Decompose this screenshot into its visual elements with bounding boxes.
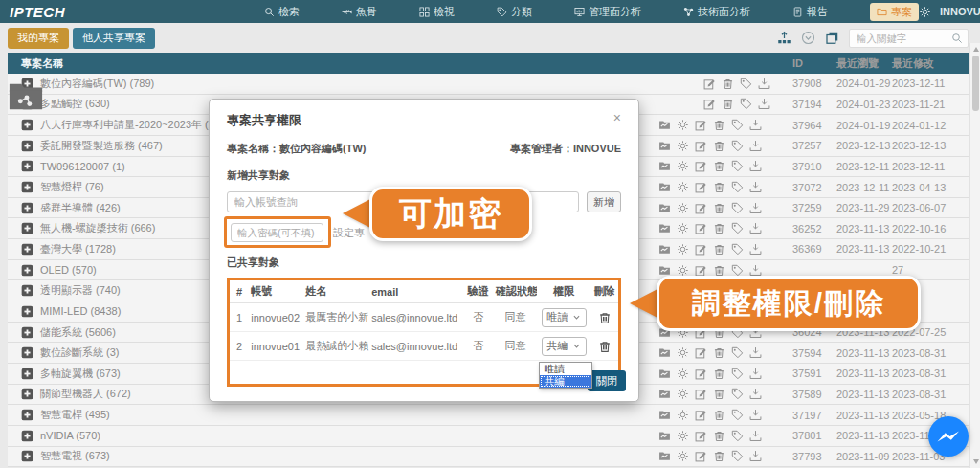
permission-select[interactable]: 共編 xyxy=(542,337,587,356)
pencil-icon[interactable] xyxy=(695,181,707,193)
plus-icon[interactable] xyxy=(21,181,33,193)
gear-icon[interactable] xyxy=(677,181,689,193)
trash-icon[interactable] xyxy=(713,450,725,462)
modal-close-button[interactable]: 關閉 xyxy=(588,370,626,391)
trash-icon[interactable] xyxy=(713,140,725,152)
gear-icon[interactable] xyxy=(677,409,689,421)
folder-chart-icon[interactable] xyxy=(658,264,671,277)
folder-chart-icon[interactable] xyxy=(658,160,671,172)
gear-icon[interactable] xyxy=(677,243,689,256)
scroll-down-arrow-icon[interactable] xyxy=(973,459,979,464)
gear-icon[interactable] xyxy=(677,222,689,234)
settings-gear-slot[interactable] xyxy=(919,6,931,18)
tray-icon[interactable] xyxy=(749,430,762,442)
tray-icon[interactable] xyxy=(749,346,762,359)
tag-icon[interactable] xyxy=(731,409,744,421)
table-row[interactable]: 智慧電桿 (495)371972023-11-132023-05-18 xyxy=(8,405,969,426)
plus-icon[interactable] xyxy=(21,368,33,380)
tag-icon[interactable] xyxy=(731,119,744,131)
pencil-icon[interactable] xyxy=(695,346,707,359)
gear-icon[interactable] xyxy=(919,6,931,18)
trash-icon[interactable] xyxy=(722,78,734,90)
plus-icon[interactable] xyxy=(21,346,33,359)
gear-icon[interactable] xyxy=(677,264,689,277)
pencil-icon[interactable] xyxy=(703,78,716,90)
tray-icon[interactable] xyxy=(749,140,762,152)
tray-icon[interactable] xyxy=(749,160,762,172)
pencil-icon[interactable] xyxy=(695,264,707,277)
tag-icon[interactable] xyxy=(731,368,744,380)
trash-icon[interactable] xyxy=(713,202,725,214)
scroll-up-arrow-icon[interactable] xyxy=(973,47,979,52)
tray-icon[interactable] xyxy=(749,409,762,421)
permission-select[interactable]: 唯讀 xyxy=(542,308,587,327)
folder-chart-icon[interactable] xyxy=(658,388,671,400)
trash-icon[interactable] xyxy=(713,346,725,359)
plus-icon[interactable] xyxy=(21,202,33,214)
pencil-icon[interactable] xyxy=(695,140,707,152)
trash-icon[interactable] xyxy=(713,181,725,193)
folder-chart-icon[interactable] xyxy=(658,181,671,193)
folder-chart-icon[interactable] xyxy=(658,430,671,442)
plus-icon[interactable] xyxy=(21,326,33,339)
tray-icon[interactable] xyxy=(749,264,762,277)
tag-icon[interactable] xyxy=(731,222,744,234)
folder-chart-icon[interactable] xyxy=(658,409,671,421)
nav-item-view[interactable]: 檢視 xyxy=(419,5,455,19)
pencil-icon[interactable] xyxy=(703,98,716,110)
chevron-down-circle-icon[interactable] xyxy=(801,31,815,45)
trash-icon[interactable] xyxy=(713,430,725,442)
plus-icon[interactable] xyxy=(21,222,33,234)
plus-icon[interactable] xyxy=(21,119,33,131)
add-button[interactable]: 新增 xyxy=(587,191,621,212)
close-icon[interactable]: × xyxy=(613,112,621,123)
trash-icon[interactable] xyxy=(722,98,734,110)
plus-icon[interactable] xyxy=(21,305,33,318)
folder-chart-icon[interactable] xyxy=(658,243,671,256)
plus-icon[interactable] xyxy=(21,264,33,277)
permission-option[interactable]: 共編 xyxy=(540,375,591,388)
table-row[interactable]: 數位內容編碼(TW) (789)379082024-01-292023-12-1… xyxy=(8,74,969,95)
tag-icon[interactable] xyxy=(731,160,744,172)
folder-chart-icon[interactable] xyxy=(658,202,671,214)
gear-icon[interactable] xyxy=(677,368,689,380)
gear-icon[interactable] xyxy=(677,140,689,152)
nav-item-management-analysis[interactable]: 管理面分析 xyxy=(574,5,641,19)
plus-icon[interactable] xyxy=(21,388,33,400)
tag-icon[interactable] xyxy=(731,140,744,152)
tray-icon[interactable] xyxy=(749,181,762,193)
tag-icon[interactable] xyxy=(740,78,752,90)
folder-chart-icon[interactable] xyxy=(658,346,671,359)
gear-icon[interactable] xyxy=(677,160,689,172)
tag-icon[interactable] xyxy=(740,98,752,110)
tag-icon[interactable] xyxy=(731,430,744,442)
tag-icon[interactable] xyxy=(731,450,744,462)
permission-option[interactable]: 唯讀 xyxy=(540,363,591,375)
nav-item-fishbone[interactable]: 魚骨 xyxy=(342,5,377,19)
trash-icon[interactable] xyxy=(713,368,725,380)
tag-icon[interactable] xyxy=(731,264,744,277)
nav-item-category[interactable]: 分類 xyxy=(497,5,532,19)
nav-item-project[interactable]: 專案 xyxy=(870,3,919,21)
nav-item-tech-analysis[interactable]: 技術面分析 xyxy=(683,5,750,19)
table-row[interactable]: 智慧電視 (673)377932023-11-092023-11-03 xyxy=(8,447,969,468)
nav-item-search[interactable]: 檢索 xyxy=(264,5,300,19)
scrollbar-thumb[interactable] xyxy=(972,56,979,111)
tag-icon[interactable] xyxy=(731,243,744,256)
plus-icon[interactable] xyxy=(21,430,33,442)
gear-icon[interactable] xyxy=(677,450,689,462)
tray-icon[interactable] xyxy=(749,450,762,462)
trash-icon[interactable] xyxy=(598,340,612,353)
pencil-icon[interactable] xyxy=(695,202,707,214)
tray-icon[interactable] xyxy=(758,98,770,110)
plus-icon[interactable] xyxy=(21,409,33,421)
plus-icon[interactable] xyxy=(21,450,33,462)
tray-icon[interactable] xyxy=(749,388,762,400)
tag-icon[interactable] xyxy=(731,181,744,193)
tray-icon[interactable] xyxy=(749,243,762,256)
gear-icon[interactable] xyxy=(677,388,689,400)
vertical-scrollbar[interactable] xyxy=(969,43,980,468)
password-input[interactable] xyxy=(231,223,323,242)
tab-my-projects[interactable]: 我的專案 xyxy=(8,28,69,49)
tray-icon[interactable] xyxy=(749,222,762,234)
